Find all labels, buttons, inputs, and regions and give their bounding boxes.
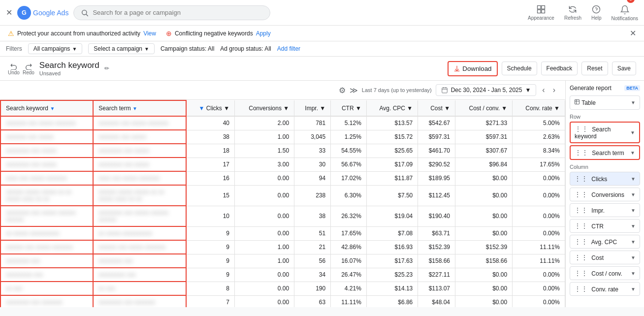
prev-arrow[interactable]: ‹ — [540, 84, 547, 96]
alert-link-2[interactable]: Apply — [256, 30, 271, 37]
col-conversions[interactable]: Conversions ▼ — [235, 100, 294, 116]
refresh-button[interactable]: Refresh — [564, 4, 581, 21]
cell-keyword-8[interactable]: xxxxxx xxx xxxxx xxxxxxx — [0, 240, 93, 254]
col-impr[interactable]: Impr. ▼ — [294, 100, 331, 116]
cell-term-11[interactable]: xx xxx — [93, 282, 186, 295]
add-filter-button[interactable]: Add filter — [277, 45, 300, 52]
cell-impr-10: 34 — [294, 268, 331, 282]
feedback-button[interactable]: Feedback — [541, 62, 578, 75]
help-button[interactable]: Help — [591, 4, 602, 21]
cell-keyword-11[interactable]: xx xxx — [0, 282, 93, 295]
warning-icon: ⚠ — [8, 30, 14, 37]
report-header-right: Download Schedule Feedback Reset Save — [448, 61, 636, 76]
cell-clicks-8: 9 — [186, 240, 235, 254]
schedule-button[interactable]: Schedule — [502, 62, 537, 75]
cell-avg-cpc-11: $14.13 — [366, 282, 418, 295]
expand-icon[interactable]: ≫ — [350, 86, 358, 95]
alert-link-1[interactable]: View — [143, 30, 156, 37]
cell-keyword-3[interactable]: xxxxxxxx xxx xxxxx — [0, 158, 93, 171]
undo-button[interactable]: Undo — [8, 62, 20, 75]
column-item-clicks[interactable]: ⋮⋮ Clicks ▼ — [570, 172, 640, 186]
cell-clicks-7: 9 — [186, 226, 235, 240]
cell-conv-rate-1: 2.63% — [513, 130, 565, 144]
cell-term-3[interactable]: xxxxxxxx xxx xxxxx — [93, 158, 186, 171]
cell-avg-cpc-1: $15.72 — [366, 130, 418, 144]
column-item-avg--cpc[interactable]: ⋮⋮ Avg. CPC ▼ — [570, 235, 640, 249]
cell-term-4[interactable]: xxxx xxx xxxxx xxxxxxx — [93, 171, 186, 185]
cell-term-7[interactable]: xx xxxxx xxxxxxxxxx — [93, 226, 186, 240]
table-row: xxxxxxx xxx xxxxx xxxxxxx xxx xxxxx 38 1… — [0, 130, 565, 144]
col-avg-cpc[interactable]: Avg. CPC ▼ — [366, 100, 418, 116]
column-item-ctr[interactable]: ⋮⋮ CTR ▼ — [570, 219, 640, 233]
table-row: xxxxxx xxx xxxxx xxxxxxx xxxxxx xxx xxxx… — [0, 240, 565, 254]
cell-cost-2: $461.70 — [418, 144, 455, 158]
col-search-term[interactable]: Search term ▼ — [93, 100, 186, 116]
cell-keyword-2[interactable]: xxxxxxxx xxx xxxxx — [0, 144, 93, 158]
cell-term-6[interactable]: xxxxxxxx xxx xxxxx xxxxxx xxxxxx — [93, 206, 186, 226]
cell-term-9[interactable]: xxxxxxxx xxx — [93, 254, 186, 268]
cell-keyword-0[interactable]: xxxxxxx xxx xxxxx xxxxxxx — [0, 116, 93, 130]
col-cost[interactable]: Cost ▼ — [418, 100, 455, 116]
column-item-cost[interactable]: ⋮⋮ Cost ▼ — [570, 251, 640, 264]
cell-term-0[interactable]: xxxxxxx xxx xxxxx xxxxxxx — [93, 116, 186, 130]
appearance-button[interactable]: Appearance — [528, 4, 554, 21]
search-bar[interactable] — [73, 5, 270, 20]
cell-keyword-12[interactable]: xxxxxxxx xxx xxxxxxx — [0, 295, 93, 307]
next-arrow[interactable]: › — [551, 84, 557, 96]
cell-cost-conv-0: $271.33 — [455, 116, 513, 130]
table-scroll-area[interactable]: Search keyword ▼ Search term ▼ ▼ Clicks … — [0, 100, 565, 307]
cell-clicks-6: 10 — [186, 206, 235, 226]
close-icon[interactable]: ✕ — [6, 8, 12, 17]
sort-icon-term: ▼ — [132, 106, 137, 111]
report-header: Undo Redo Search keyword Unsaved ✏ Downl… — [0, 57, 644, 81]
refresh-icon — [568, 4, 578, 14]
row-item-search-keyword[interactable]: ⋮⋮ Search keyword ▼ — [570, 122, 640, 143]
column-item-conversions[interactable]: ⋮⋮ Conversions ▼ — [570, 188, 640, 201]
download-button[interactable]: Download — [448, 61, 497, 76]
cell-keyword-9[interactable]: xxxxxxxx xxx — [0, 254, 93, 268]
col-search-keyword[interactable]: Search keyword ▼ — [0, 100, 93, 116]
cell-conv-rate-0: 5.00% — [513, 116, 565, 130]
cell-keyword-4[interactable]: xxxx xxx xxxxx xxxxxxx — [0, 171, 93, 185]
cell-term-10[interactable]: xxxxxxxxx xxx — [93, 268, 186, 282]
search-input[interactable] — [93, 9, 263, 16]
col-conv-rate[interactable]: Conv. rate ▼ — [513, 100, 565, 116]
notifications-button[interactable]: 1 Notifications — [612, 4, 638, 21]
column-item-cost---conv-[interactable]: ⋮⋮ Cost / conv. ▼ — [570, 266, 640, 280]
filter-icon-btn[interactable]: ⚙ — [339, 86, 346, 95]
column-item-impr-[interactable]: ⋮⋮ Impr. ▼ — [570, 203, 640, 217]
edit-icon[interactable]: ✏ — [104, 65, 109, 72]
row-item-search-term[interactable]: ⋮⋮ Search term ▼ — [570, 145, 640, 160]
cell-cost-conv-2: $307.67 — [455, 144, 513, 158]
cell-term-12[interactable]: xxxxxxxx xxx xxxxxxx — [93, 295, 186, 307]
cell-keyword-1[interactable]: xxxxxxx xxx xxxxx — [0, 130, 93, 144]
cell-keyword-7[interactable]: xx xxxxx xxxxxxxxxx — [0, 226, 93, 240]
view-type-row[interactable]: Table ▼ — [570, 95, 640, 110]
col-drag-icon-6: ⋮⋮ — [574, 269, 588, 277]
column-item-conv--rate[interactable]: ⋮⋮ Conv. rate ▼ — [570, 282, 640, 296]
col-cost-conv[interactable]: Cost / conv. ▼ — [455, 100, 513, 116]
col-conv-rate-arrow: ▼ — [552, 105, 560, 112]
cell-ctr-10: 26.47% — [331, 268, 367, 282]
cell-conversions-3: 3.00 — [235, 158, 294, 171]
select-campaign-filter[interactable]: Select a campaign ▼ — [88, 43, 155, 54]
cell-cost-conv-12: $0.00 — [455, 295, 513, 307]
reset-button[interactable]: Reset — [581, 62, 608, 75]
date-picker[interactable]: Dec 30, 2024 - Jan 5, 2025 ▼ — [436, 84, 537, 96]
cell-term-1[interactable]: xxxxxxx xxx xxxxx — [93, 130, 186, 144]
cell-keyword-10[interactable]: xxxxxxxxx xxx — [0, 268, 93, 282]
col-ctr[interactable]: CTR ▼ — [331, 100, 367, 116]
all-campaigns-filter[interactable]: All campaigns ▼ — [28, 43, 83, 54]
cell-keyword-6[interactable]: xxxxxxxx xxx xxxxx xxxxxx xxxxxx — [0, 206, 93, 226]
cell-keyword-5[interactable]: xxxxxx xxxxx xxxxx xx xx xxxxx xxxx xx x… — [0, 185, 93, 206]
table-icon — [574, 99, 580, 105]
alert-close-icon[interactable]: ✕ — [630, 29, 636, 38]
redo-button[interactable]: Redo — [23, 62, 34, 75]
save-button[interactable]: Save — [612, 62, 636, 75]
cell-impr-1: 3,045 — [294, 130, 331, 144]
cell-impr-4: 94 — [294, 171, 331, 185]
cell-term-5[interactable]: xxxxxx xxxxx xxxxx xx xx xxxxx xxxx xx x… — [93, 185, 186, 206]
cell-term-2[interactable]: xxxxxxxx xxx xxxxx — [93, 144, 186, 158]
cell-term-8[interactable]: xxxxxx xxx xxxxx xxxxxxx — [93, 240, 186, 254]
col-clicks[interactable]: ▼ Clicks ▼ — [186, 100, 235, 116]
